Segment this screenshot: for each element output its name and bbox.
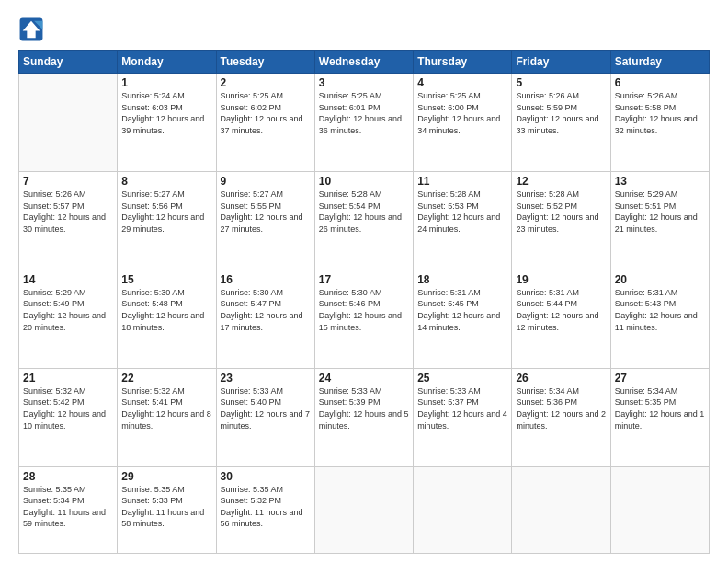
day-number: 13: [615, 175, 705, 188]
day-number: 4: [417, 76, 507, 89]
cell-info: Sunrise: 5:29 AM Sunset: 5:49 PM Dayligh…: [23, 287, 113, 333]
calendar-week-row: 21Sunrise: 5:32 AM Sunset: 5:42 PM Dayli…: [19, 368, 710, 466]
calendar-cell: 29Sunrise: 5:35 AM Sunset: 5:33 PM Dayli…: [118, 466, 216, 553]
calendar-cell: 30Sunrise: 5:35 AM Sunset: 5:32 PM Dayli…: [216, 466, 314, 553]
cell-info: Sunrise: 5:35 AM Sunset: 5:34 PM Dayligh…: [23, 484, 113, 530]
calendar-cell: 25Sunrise: 5:33 AM Sunset: 5:37 PM Dayli…: [414, 368, 512, 466]
calendar-cell: 11Sunrise: 5:28 AM Sunset: 5:53 PM Dayli…: [414, 171, 512, 270]
day-number: 9: [221, 175, 311, 188]
cell-info: Sunrise: 5:31 AM Sunset: 5:43 PM Dayligh…: [615, 287, 705, 333]
cell-info: Sunrise: 5:31 AM Sunset: 5:44 PM Dayligh…: [516, 287, 606, 333]
day-number: 23: [221, 372, 311, 385]
calendar-cell: 16Sunrise: 5:30 AM Sunset: 5:47 PM Dayli…: [216, 270, 314, 368]
cell-info: Sunrise: 5:27 AM Sunset: 5:56 PM Dayligh…: [121, 189, 211, 235]
cell-info: Sunrise: 5:27 AM Sunset: 5:55 PM Dayligh…: [221, 189, 311, 235]
calendar-week-row: 14Sunrise: 5:29 AM Sunset: 5:49 PM Dayli…: [19, 270, 710, 368]
day-number: 22: [121, 372, 211, 385]
cell-info: Sunrise: 5:25 AM Sunset: 6:00 PM Dayligh…: [417, 90, 507, 136]
day-number: 29: [121, 470, 211, 483]
cell-info: Sunrise: 5:26 AM Sunset: 5:57 PM Dayligh…: [23, 189, 113, 235]
day-number: 17: [319, 273, 409, 286]
cell-info: Sunrise: 5:34 AM Sunset: 5:36 PM Dayligh…: [516, 385, 606, 431]
calendar-cell: 9Sunrise: 5:27 AM Sunset: 5:55 PM Daylig…: [216, 171, 314, 270]
calendar-week-row: 7Sunrise: 5:26 AM Sunset: 5:57 PM Daylig…: [19, 171, 710, 270]
weekday-header: Thursday: [414, 51, 512, 74]
calendar-cell: [19, 74, 118, 172]
day-number: 21: [23, 372, 113, 385]
calendar-cell: [414, 466, 512, 553]
cell-info: Sunrise: 5:34 AM Sunset: 5:35 PM Dayligh…: [615, 385, 705, 431]
calendar-cell: 5Sunrise: 5:26 AM Sunset: 5:59 PM Daylig…: [512, 74, 610, 172]
calendar-cell: 14Sunrise: 5:29 AM Sunset: 5:49 PM Dayli…: [19, 270, 118, 368]
cell-info: Sunrise: 5:28 AM Sunset: 5:52 PM Dayligh…: [516, 189, 606, 235]
weekday-header: Friday: [512, 51, 610, 74]
cell-info: Sunrise: 5:31 AM Sunset: 5:45 PM Dayligh…: [417, 287, 507, 333]
day-number: 8: [121, 175, 211, 188]
calendar-week-row: 1Sunrise: 5:24 AM Sunset: 6:03 PM Daylig…: [19, 74, 710, 172]
calendar-cell: 17Sunrise: 5:30 AM Sunset: 5:46 PM Dayli…: [314, 270, 413, 368]
weekday-header: Sunday: [19, 51, 118, 74]
cell-info: Sunrise: 5:26 AM Sunset: 5:58 PM Dayligh…: [615, 90, 705, 136]
cell-info: Sunrise: 5:24 AM Sunset: 6:03 PM Dayligh…: [121, 90, 211, 136]
day-number: 2: [221, 76, 311, 89]
day-number: 3: [319, 76, 409, 89]
calendar-cell: 28Sunrise: 5:35 AM Sunset: 5:34 PM Dayli…: [19, 466, 118, 553]
day-number: 30: [221, 470, 311, 483]
calendar-cell: 1Sunrise: 5:24 AM Sunset: 6:03 PM Daylig…: [118, 74, 216, 172]
cell-info: Sunrise: 5:30 AM Sunset: 5:47 PM Dayligh…: [221, 287, 311, 333]
cell-info: Sunrise: 5:30 AM Sunset: 5:46 PM Dayligh…: [319, 287, 409, 333]
cell-info: Sunrise: 5:33 AM Sunset: 5:37 PM Dayligh…: [417, 385, 507, 431]
cell-info: Sunrise: 5:29 AM Sunset: 5:51 PM Dayligh…: [615, 189, 705, 235]
day-number: 25: [417, 372, 507, 385]
calendar-cell: 20Sunrise: 5:31 AM Sunset: 5:43 PM Dayli…: [610, 270, 709, 368]
calendar-cell: 22Sunrise: 5:32 AM Sunset: 5:41 PM Dayli…: [118, 368, 216, 466]
calendar-cell: 18Sunrise: 5:31 AM Sunset: 5:45 PM Dayli…: [414, 270, 512, 368]
cell-info: Sunrise: 5:35 AM Sunset: 5:33 PM Dayligh…: [121, 484, 211, 530]
calendar-cell: 19Sunrise: 5:31 AM Sunset: 5:44 PM Dayli…: [512, 270, 610, 368]
day-number: 11: [417, 175, 507, 188]
calendar-table: SundayMondayTuesdayWednesdayThursdayFrid…: [18, 50, 710, 554]
calendar-cell: 2Sunrise: 5:25 AM Sunset: 6:02 PM Daylig…: [216, 74, 314, 172]
calendar-cell: [512, 466, 610, 553]
calendar-cell: 6Sunrise: 5:26 AM Sunset: 5:58 PM Daylig…: [610, 74, 709, 172]
cell-info: Sunrise: 5:30 AM Sunset: 5:48 PM Dayligh…: [121, 287, 211, 333]
calendar-cell: 21Sunrise: 5:32 AM Sunset: 5:42 PM Dayli…: [19, 368, 118, 466]
calendar-cell: 12Sunrise: 5:28 AM Sunset: 5:52 PM Dayli…: [512, 171, 610, 270]
calendar-cell: [314, 466, 413, 553]
logo: [18, 17, 48, 42]
weekday-header: Wednesday: [314, 51, 413, 74]
day-number: 16: [221, 273, 311, 286]
weekday-header: Monday: [118, 51, 216, 74]
day-number: 24: [319, 372, 409, 385]
calendar-cell: 26Sunrise: 5:34 AM Sunset: 5:36 PM Dayli…: [512, 368, 610, 466]
cell-info: Sunrise: 5:35 AM Sunset: 5:32 PM Dayligh…: [221, 484, 311, 530]
cell-info: Sunrise: 5:33 AM Sunset: 5:39 PM Dayligh…: [319, 385, 409, 431]
calendar-cell: 27Sunrise: 5:34 AM Sunset: 5:35 PM Dayli…: [610, 368, 709, 466]
day-number: 12: [516, 175, 606, 188]
cell-info: Sunrise: 5:28 AM Sunset: 5:54 PM Dayligh…: [319, 189, 409, 235]
day-number: 14: [23, 273, 113, 286]
day-number: 15: [121, 273, 211, 286]
calendar-cell: [610, 466, 709, 553]
calendar-cell: 23Sunrise: 5:33 AM Sunset: 5:40 PM Dayli…: [216, 368, 314, 466]
weekday-header: Tuesday: [216, 51, 314, 74]
cell-info: Sunrise: 5:28 AM Sunset: 5:53 PM Dayligh…: [417, 189, 507, 235]
calendar-cell: 8Sunrise: 5:27 AM Sunset: 5:56 PM Daylig…: [118, 171, 216, 270]
day-number: 6: [615, 76, 705, 89]
day-number: 10: [319, 175, 409, 188]
page: SundayMondayTuesdayWednesdayThursdayFrid…: [0, 0, 728, 563]
cell-info: Sunrise: 5:25 AM Sunset: 6:02 PM Dayligh…: [221, 90, 311, 136]
calendar-cell: 4Sunrise: 5:25 AM Sunset: 6:00 PM Daylig…: [414, 74, 512, 172]
day-number: 5: [516, 76, 606, 89]
day-number: 19: [516, 273, 606, 286]
day-number: 18: [417, 273, 507, 286]
day-number: 20: [615, 273, 705, 286]
cell-info: Sunrise: 5:25 AM Sunset: 6:01 PM Dayligh…: [319, 90, 409, 136]
calendar-cell: 3Sunrise: 5:25 AM Sunset: 6:01 PM Daylig…: [314, 74, 413, 172]
header: [18, 17, 710, 42]
cell-info: Sunrise: 5:32 AM Sunset: 5:41 PM Dayligh…: [121, 385, 211, 431]
cell-info: Sunrise: 5:32 AM Sunset: 5:42 PM Dayligh…: [23, 385, 113, 431]
calendar-week-row: 28Sunrise: 5:35 AM Sunset: 5:34 PM Dayli…: [19, 466, 710, 553]
day-number: 1: [121, 76, 211, 89]
calendar-cell: 10Sunrise: 5:28 AM Sunset: 5:54 PM Dayli…: [314, 171, 413, 270]
